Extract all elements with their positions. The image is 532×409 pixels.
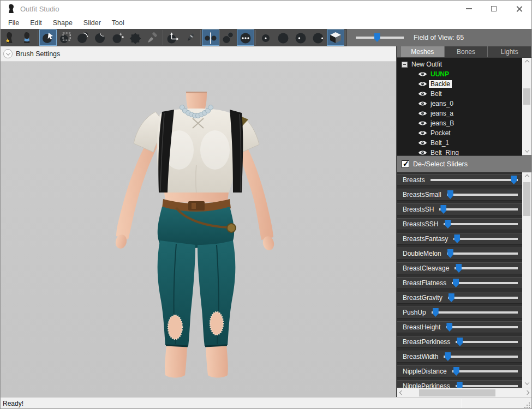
tree-item-pocket[interactable]: Pocket (397, 128, 522, 138)
tree-root-label: New Outfit (411, 61, 442, 68)
resize-grip-icon[interactable] (524, 402, 530, 408)
visibility-eye-icon[interactable] (418, 110, 427, 117)
brush-size-mid-dot-button[interactable] (292, 29, 309, 46)
deflate-brush-button[interactable] (92, 29, 109, 46)
slider-handle[interactable] (454, 234, 460, 243)
smooth-brush-button[interactable] (109, 29, 127, 46)
minimize-button[interactable] (456, 1, 481, 17)
mirror-toggle-button[interactable] (202, 29, 219, 46)
tree-item-belt_1[interactable]: Belt_1 (397, 138, 522, 148)
slider-track[interactable] (439, 208, 518, 210)
close-button[interactable] (506, 1, 531, 17)
slider-handle[interactable] (447, 190, 453, 199)
mask-brush-button[interactable] (57, 29, 74, 46)
slider-handle[interactable] (456, 264, 462, 273)
tree-item-jeans_a[interactable]: jeans_a (397, 109, 522, 118)
visibility-eye-icon[interactable] (418, 71, 427, 77)
visibility-eye-icon[interactable] (418, 140, 427, 146)
visibility-eye-icon[interactable] (418, 120, 427, 127)
slider-track[interactable] (452, 282, 518, 284)
select-tool-button[interactable] (39, 29, 57, 46)
slider-track[interactable] (444, 356, 518, 358)
inflate-brush-button[interactable] (74, 29, 92, 46)
visibility-eye-icon[interactable] (418, 81, 427, 87)
slider-handle[interactable] (511, 176, 517, 184)
slider-track[interactable] (453, 238, 518, 240)
tab-meshes[interactable]: Meshes (401, 46, 444, 57)
slider-track[interactable] (432, 311, 518, 314)
slider-handle[interactable] (449, 293, 455, 302)
fov-slider-handle[interactable] (374, 33, 380, 42)
slider-handle[interactable] (445, 352, 451, 361)
slider-track[interactable] (456, 341, 518, 343)
sliders-h-scrollbar[interactable] (397, 388, 531, 397)
menu-item-tool[interactable]: Tool (106, 18, 130, 28)
slider-track[interactable] (431, 179, 518, 181)
load-reference-button[interactable] (2, 29, 19, 46)
slider-track[interactable] (444, 223, 518, 225)
connected-only-button[interactable] (219, 29, 237, 46)
visibility-eye-icon[interactable] (418, 91, 427, 97)
slider-handle[interactable] (440, 205, 446, 214)
menu-item-edit[interactable]: Edit (25, 18, 47, 28)
brush-settings-bar[interactable]: Brush Settings (1, 46, 396, 62)
sliders-scroll-thumb[interactable] (523, 182, 530, 216)
pivot-tool-button[interactable] (182, 29, 199, 46)
slider-track[interactable] (447, 194, 518, 196)
brush-size-center-dot-button[interactable] (257, 29, 274, 46)
slider-handle[interactable] (445, 220, 451, 228)
slider-track[interactable] (447, 252, 518, 255)
scroll-up-icon[interactable] (522, 58, 531, 67)
menu-item-slider[interactable]: Slider (78, 18, 106, 28)
scroll-down-icon[interactable] (522, 379, 531, 388)
slider-track[interactable] (448, 297, 518, 299)
slider-track[interactable] (455, 267, 518, 269)
slider-handle[interactable] (457, 382, 463, 388)
h-scroll-thumb[interactable] (419, 389, 495, 396)
tree-root-row[interactable]: New Outfit (397, 59, 522, 69)
global-brush-button[interactable] (237, 29, 254, 46)
collapse-chevron-icon[interactable] (3, 49, 13, 58)
3d-viewport[interactable] (1, 62, 396, 397)
scroll-up-icon[interactable] (522, 172, 531, 181)
slider-handle[interactable] (446, 323, 452, 332)
tree-item-jeans_b[interactable]: jeans_B (397, 118, 522, 128)
tree-item-belt_ring[interactable]: Belt_Ring (397, 148, 522, 155)
tree-scrollbar[interactable] (522, 58, 531, 155)
tree-item-uunp[interactable]: UUNP (397, 69, 522, 79)
slider-handle[interactable] (433, 308, 439, 317)
tab-lights[interactable]: Lights (488, 46, 531, 57)
tree-item-belt[interactable]: Belt (397, 89, 522, 99)
scroll-right-icon[interactable] (523, 388, 531, 398)
tree-scroll-thumb[interactable] (523, 88, 530, 105)
slider-handle[interactable] (453, 367, 459, 376)
slider-handle[interactable] (453, 279, 459, 287)
slider-track[interactable] (446, 326, 518, 328)
visibility-eye-icon[interactable] (418, 149, 427, 155)
slider-track[interactable] (452, 370, 518, 372)
brush-size-full-button[interactable] (274, 29, 292, 46)
menu-item-shape[interactable]: Shape (47, 18, 78, 28)
menu-item-file[interactable]: File (3, 18, 25, 28)
move-brush-button[interactable] (127, 29, 144, 46)
scroll-left-icon[interactable] (397, 388, 406, 398)
slider-track[interactable] (456, 385, 518, 387)
brush-size-edge-dot-button[interactable] (309, 29, 327, 46)
toolbar-tools (1, 29, 347, 46)
tree-expander-icon[interactable] (402, 62, 408, 68)
maximize-button[interactable] (481, 1, 506, 17)
sliders-scrollbar[interactable] (522, 172, 531, 388)
slider-handle[interactable] (457, 338, 463, 346)
fov-slider[interactable] (356, 33, 404, 42)
tree-item-jeans_0[interactable]: jeans_0 (397, 99, 522, 109)
visibility-eye-icon[interactable] (418, 100, 427, 107)
scroll-down-icon[interactable] (522, 147, 531, 155)
slider-handle[interactable] (447, 249, 453, 258)
tree-item-backle[interactable]: Backle (397, 79, 522, 89)
visibility-eye-icon[interactable] (418, 130, 427, 136)
perspective-toggle-button[interactable] (327, 29, 344, 46)
deselect-sliders-checkbox[interactable] (402, 160, 409, 168)
transform-tool-button[interactable] (164, 29, 182, 46)
load-outfit-button[interactable] (19, 29, 37, 46)
tab-bones[interactable]: Bones (445, 46, 488, 57)
